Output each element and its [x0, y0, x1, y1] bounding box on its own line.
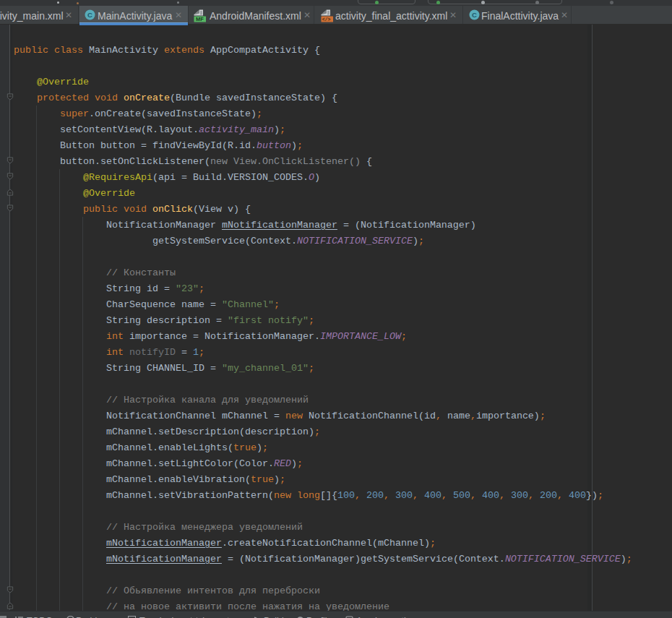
svg-text:MF: MF	[196, 16, 204, 22]
svg-text:C: C	[87, 11, 92, 19]
svg-text:</>: </>	[322, 17, 331, 22]
svg-text:C: C	[472, 11, 477, 19]
